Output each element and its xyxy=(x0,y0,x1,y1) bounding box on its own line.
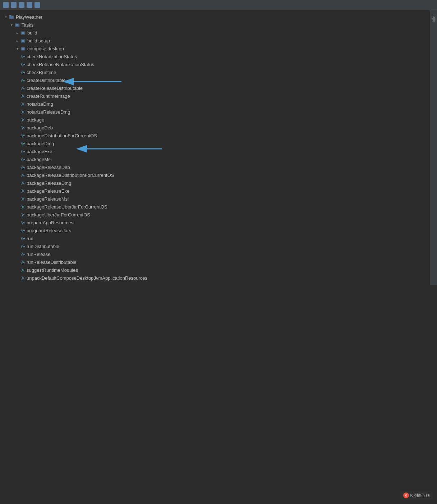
expand-icon-build-setup[interactable] xyxy=(14,38,20,43)
tree-item[interactable]: notarizeDmg xyxy=(0,100,430,108)
root-label: PlayWeather xyxy=(16,14,42,20)
tree-compose-desktop[interactable]: compose desktop xyxy=(0,45,430,52)
tree-item[interactable]: runRelease xyxy=(0,250,430,258)
svg-point-10 xyxy=(23,41,23,41)
tree-item[interactable]: createReleaseDistributable xyxy=(0,84,430,92)
tree-item[interactable]: suggestRuntimeModules xyxy=(0,266,430,274)
gear-icon xyxy=(20,236,25,241)
task-label: packageReleaseExe xyxy=(27,188,69,194)
task-label: checkReleaseNotarizationStatus xyxy=(27,62,94,67)
tasks-label: Tasks xyxy=(22,22,33,28)
expand-icon-root[interactable] xyxy=(3,14,9,20)
svg-point-25 xyxy=(22,143,23,144)
gear-icon xyxy=(20,125,25,130)
tree-item[interactable]: package xyxy=(0,116,430,124)
tree-item[interactable]: packageReleaseExe xyxy=(0,187,430,195)
tree-item[interactable]: unpackDefaultComposeDesktopJvmApplicatio… xyxy=(0,274,430,282)
tree-item[interactable]: createDistributable xyxy=(0,76,430,84)
tree-item[interactable]: checkRuntime xyxy=(0,68,430,76)
svg-point-38 xyxy=(22,246,23,247)
tree-item[interactable]: packageReleaseDmg xyxy=(0,179,430,187)
compose-desktop-label: compose desktop xyxy=(27,46,64,51)
gear-icon xyxy=(20,260,25,265)
gear-icon xyxy=(20,78,25,83)
tree-item[interactable]: packageMsi xyxy=(0,155,430,163)
tree-item[interactable]: packageDeb xyxy=(0,124,430,132)
right-panel-label: idle xyxy=(432,16,436,22)
task-label: packageReleaseDmg xyxy=(27,180,71,186)
toolbar-icon-3[interactable] xyxy=(19,2,24,8)
gear-icon xyxy=(20,117,25,122)
task-label: prepareAppResources xyxy=(27,220,73,225)
task-label: checkNotarizationStatus xyxy=(27,54,77,59)
tree-item[interactable]: runReleaseDistributable xyxy=(0,258,430,266)
tree-item[interactable]: packageReleaseDeb xyxy=(0,163,430,171)
tree-item[interactable]: packageDistributionForCurrentOS xyxy=(0,132,430,139)
svg-point-30 xyxy=(22,182,23,184)
tree-item[interactable]: runDistributable xyxy=(0,242,430,250)
tree-item[interactable]: packageDmg xyxy=(0,139,430,147)
svg-point-4 xyxy=(17,25,18,26)
task-items-container: checkNotarizationStatus checkReleaseNota… xyxy=(0,52,430,282)
svg-point-39 xyxy=(22,253,23,255)
tree-item[interactable]: packageReleaseDistributionForCurrentOS xyxy=(0,171,430,179)
svg-point-14 xyxy=(22,56,23,57)
gear-icon xyxy=(20,252,25,257)
task-label: packageMsi xyxy=(27,157,51,162)
tree-item[interactable]: proguardReleaseJars xyxy=(0,226,430,234)
expand-icon-build[interactable] xyxy=(14,30,20,36)
tree-item[interactable]: notarizeReleaseDmg xyxy=(0,108,430,116)
gear-icon xyxy=(20,86,25,91)
tree-item[interactable]: packageExe xyxy=(0,147,430,155)
tree-item[interactable]: packageReleaseUberJarForCurrentOS xyxy=(0,203,430,211)
task-label: createReleaseDistributable xyxy=(27,86,83,91)
task-label: packageReleaseDeb xyxy=(27,165,70,170)
svg-point-19 xyxy=(22,95,23,97)
tree-item[interactable]: checkNotarizationStatus xyxy=(0,52,430,60)
expand-icon-tasks[interactable] xyxy=(9,22,14,28)
gear-icon xyxy=(20,228,25,233)
svg-point-29 xyxy=(22,174,23,176)
toolbar-icon-2[interactable] xyxy=(11,2,17,8)
tree-build-setup[interactable]: build setup xyxy=(0,37,430,45)
task-label: packageUberJarForCurrentOS xyxy=(27,212,90,217)
task-label: run xyxy=(27,236,33,241)
tree-item[interactable]: createRuntimeImage xyxy=(0,92,430,100)
svg-point-18 xyxy=(22,87,23,89)
tree-tasks[interactable]: Tasks xyxy=(0,21,430,29)
gear-icon xyxy=(20,93,25,98)
task-label: runRelease xyxy=(27,252,51,257)
task-label: runReleaseDistributable xyxy=(27,260,77,265)
task-label: unpackDefaultComposeDesktopJvmApplicatio… xyxy=(27,275,147,281)
watermark-icon: K xyxy=(403,492,409,498)
tree-item[interactable]: checkReleaseNotarizationStatus xyxy=(0,60,430,68)
gear-icon xyxy=(20,244,25,249)
svg-point-42 xyxy=(22,277,23,279)
task-label: packageExe xyxy=(27,149,52,154)
svg-point-22 xyxy=(22,119,23,120)
task-label: proguardReleaseJars xyxy=(27,228,71,233)
svg-point-36 xyxy=(22,230,23,231)
tree-build[interactable]: build xyxy=(0,29,430,37)
tree-item[interactable]: packageReleaseMsi xyxy=(0,195,430,203)
svg-point-37 xyxy=(22,238,23,239)
gear-icon xyxy=(20,267,25,272)
gear-icon xyxy=(20,196,25,201)
gear-icon xyxy=(20,204,25,209)
toolbar-icon-4[interactable] xyxy=(27,2,32,8)
task-label: packageReleaseUberJarForCurrentOS xyxy=(27,204,107,210)
task-label: packageDeb xyxy=(27,125,53,130)
expand-icon-compose-desktop[interactable] xyxy=(14,46,20,51)
tree-root[interactable]: PlayWeather xyxy=(0,13,430,21)
gear-icon xyxy=(20,188,25,193)
tree-item[interactable]: run xyxy=(0,234,430,242)
gear-icon xyxy=(20,62,25,67)
gear-icon xyxy=(20,133,25,138)
tree-item[interactable]: prepareAppResources xyxy=(0,219,430,226)
watermark-text: K 创新互联 xyxy=(410,493,430,498)
svg-point-7 xyxy=(23,33,23,33)
toolbar-icon-5[interactable] xyxy=(34,2,40,8)
toolbar-icon-1[interactable] xyxy=(3,2,9,8)
tree-item[interactable]: packageUberJarForCurrentOS xyxy=(0,211,430,219)
svg-point-33 xyxy=(22,206,23,207)
